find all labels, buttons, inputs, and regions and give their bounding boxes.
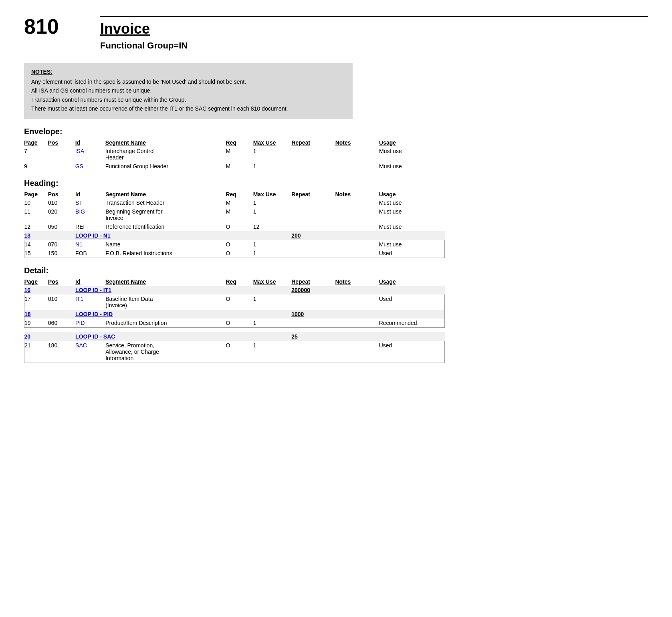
heading-section-title: Heading: [24,179,648,188]
heading-col-pos: Pos [48,190,75,198]
segment-cell: Reference Identification [105,222,226,231]
envelope-col-pos: Pos [48,139,75,147]
loop-id-cell[interactable]: LOOP ID - PID [75,310,291,319]
usage-cell: Recommended [379,319,445,328]
heading-col-req: Req [226,190,253,198]
segment-link[interactable]: ST [75,200,83,206]
req-cell: M [226,207,253,222]
envelope-col-req: Req [226,139,253,147]
usage-cell: Must use [379,198,445,207]
pos-cell: 020 [48,207,75,222]
usage-cell: Must use [379,207,445,222]
pos-cell: 050 [48,222,75,231]
notes-cell [335,231,379,240]
usage-cell: Must use [379,147,445,162]
envelope-col-usage: Usage [379,139,445,147]
segment-cell: Interchange ControlHeader [105,147,226,162]
page-cell: 9 [24,162,48,171]
segment-link[interactable]: N1 [75,241,83,248]
notes-cell [335,198,379,207]
loop-row: 20 LOOP ID - SAC 25 [24,332,445,341]
page-cell: 10 [24,198,48,207]
pos-cell [48,162,75,171]
id-cell[interactable]: ISA [75,147,105,162]
notes-cell [335,294,379,310]
loop-id-cell[interactable]: LOOP ID - IT1 [75,286,291,294]
spacer-row [24,327,445,332]
segment-link[interactable]: ISA [75,148,85,154]
id-cell[interactable]: N1 [75,240,105,249]
pos-cell: 150 [48,249,75,258]
loop-row: 16 LOOP ID - IT1 200000 [24,286,445,294]
table-row: 11 020 BIG Beginning Segment forInvoice … [24,207,445,222]
notes-cell [335,286,379,294]
page-cell: 15 [24,249,48,258]
envelope-section-title: Envelope: [24,127,648,136]
id-cell[interactable]: BIG [75,207,105,222]
id-cell[interactable]: PID [75,319,105,328]
loop-id-cell[interactable]: LOOP ID - N1 [75,231,291,240]
notes-line-3: Transaction control numbers must be uniq… [31,95,345,104]
repeat-cell: 200000 [291,286,335,294]
envelope-col-page: Page [24,139,48,147]
envelope-col-notes: Notes [335,139,379,147]
page-cell: 19 [24,319,48,328]
segment-cell: Name [105,240,226,249]
loop-row: 13 LOOP ID - N1 200 [24,231,445,240]
detail-col-segment: Segment Name [105,278,226,286]
req-cell: O [226,341,253,363]
document-number: 810 [24,16,76,37]
repeat-cell [291,207,335,222]
notes-box: NOTES: Any element not listed in the spe… [24,63,353,119]
table-row: 21 180 SAC Service, Promotion,Allowance,… [24,341,445,363]
table-row: 7 ISA Interchange ControlHeader M 1 Must… [24,147,445,162]
detail-col-page: Page [24,278,48,286]
req-cell: M [226,198,253,207]
usage-cell: Used [379,249,445,258]
segment-link[interactable]: GS [75,163,83,169]
detail-col-maxuse: Max Use [253,278,292,286]
id-cell[interactable]: IT1 [75,294,105,310]
repeat-cell [291,162,335,171]
page-header: 810 Invoice Functional Group=IN [24,16,648,51]
maxuse-cell: 1 [253,341,292,363]
req-cell: O [226,249,253,258]
notes-line-1: Any element not listed in the spec is as… [31,77,345,86]
detail-section-title: Detail: [24,266,648,275]
segment-link[interactable]: IT1 [75,296,83,302]
maxuse-cell: 1 [253,240,292,249]
page-cell: 7 [24,147,48,162]
segment-link[interactable]: BIG [75,208,85,215]
req-cell: M [226,162,253,171]
maxuse-cell: 1 [253,249,292,258]
repeat-cell [291,222,335,231]
notes-cell [335,222,379,231]
segment-link[interactable]: PID [75,320,85,326]
envelope-col-repeat: Repeat [291,139,335,147]
pos-cell [48,147,75,162]
maxuse-cell: 1 [253,207,292,222]
id-cell[interactable]: ST [75,198,105,207]
segment-link[interactable]: SAC [75,342,87,349]
req-cell: O [226,240,253,249]
notes-cell [335,332,379,341]
maxuse-cell: 1 [253,294,292,310]
id-cell[interactable]: SAC [75,341,105,363]
segment-cell: Beginning Segment forInvoice [105,207,226,222]
pos-cell [48,231,75,240]
repeat-cell: 1000 [291,310,335,319]
repeat-cell [291,198,335,207]
pos-cell: 010 [48,198,75,207]
functional-group-value: IN [179,40,188,50]
title-area: Invoice Functional Group=IN [100,16,648,51]
id-cell[interactable]: GS [75,162,105,171]
notes-cell [335,162,379,171]
page-cell: 17 [24,294,48,310]
page-cell: 12 [24,222,48,231]
repeat-cell [291,294,335,310]
detail-col-repeat: Repeat [291,278,335,286]
notes-cell [335,240,379,249]
pos-cell: 010 [48,294,75,310]
loop-id-cell[interactable]: LOOP ID - SAC [75,332,291,341]
functional-group: Functional Group=IN [100,40,648,51]
